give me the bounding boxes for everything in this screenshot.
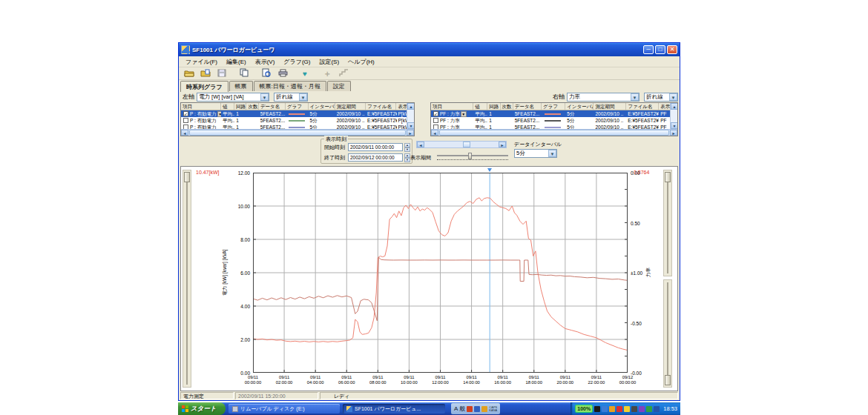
slider-thumb[interactable] [665, 375, 671, 385]
table-row[interactable]: ✓P : 有効電力▼平均..15FEAST2...5分2002/09/10 ..… [181, 110, 414, 117]
open-file-button[interactable] [182, 68, 197, 79]
chevron-down-icon[interactable]: ▼ [299, 93, 307, 101]
scroll-down-icon[interactable]: ▼ [671, 122, 678, 129]
close-file-button[interactable] [198, 68, 213, 79]
vertical-scrollbar[interactable]: ▲▼ [407, 103, 414, 129]
scroll-right-icon[interactable]: ► [499, 142, 506, 147]
slider-thumb[interactable] [665, 172, 671, 182]
menu-help[interactable]: ヘルプ(H) [344, 57, 378, 67]
print-button[interactable] [275, 68, 290, 79]
copy-button[interactable] [237, 68, 251, 79]
scroll-up-icon[interactable]: ▲ [671, 103, 678, 110]
add-data-button[interactable]: ＋ [320, 68, 335, 79]
start-time-spinner[interactable]: ▲▼ [404, 143, 410, 151]
display-span-slider[interactable] [437, 152, 508, 161]
scrollbar-thumb[interactable] [189, 130, 406, 136]
chevron-down-icon[interactable]: ▼ [631, 93, 639, 101]
time-position-scrollbar[interactable]: ◄► [416, 141, 507, 148]
spin-down-icon[interactable]: ▼ [404, 147, 410, 152]
table-row[interactable]: ✓PF : 力率▼平均..15FEAST2...5分2002/09/10 ..E… [431, 110, 677, 117]
row-checkbox[interactable] [183, 118, 188, 123]
tray-icon[interactable] [602, 406, 608, 412]
column-header[interactable]: データ名 [259, 103, 286, 110]
tray-icon[interactable] [624, 406, 630, 412]
menu-graph[interactable]: グラフ(G) [280, 57, 314, 67]
column-header[interactable]: 回路 [487, 103, 500, 110]
ime-dictionary-icon[interactable] [481, 406, 487, 412]
chevron-down-icon[interactable]: ▼ [260, 93, 269, 101]
tab-report[interactable]: 帳票 [229, 81, 253, 91]
row-combo-icon[interactable]: ▼ [461, 111, 467, 117]
vertical-scrollbar[interactable]: ▲▼ [670, 103, 677, 129]
chevron-down-icon[interactable]: ▼ [669, 93, 677, 101]
ime-conversion[interactable]: 般 [459, 405, 465, 413]
table-row[interactable]: P : 有効電力平均..15FEAST2...5分2002/09/10 ..E:… [181, 117, 414, 124]
ime-tool-icon[interactable] [467, 406, 473, 412]
scroll-right-icon[interactable]: ► [407, 130, 414, 136]
tab-daily-weekly-monthly[interactable]: 帳票:日報・週報・月報 [254, 81, 326, 91]
data-interval-combo[interactable]: 5分▼ [514, 149, 557, 158]
favorites-button[interactable]: ♥ [297, 68, 312, 79]
ime-mode[interactable]: A [454, 405, 458, 412]
tray-icon[interactable] [594, 406, 600, 412]
spin-down-icon[interactable]: ▼ [404, 158, 410, 162]
slider-thumb[interactable] [184, 172, 190, 182]
close-button[interactable]: ✕ [667, 45, 677, 54]
right-style-combo[interactable]: 折れ線▼ [644, 93, 678, 102]
right-axis-combo[interactable]: 力率▼ [567, 93, 640, 102]
minimize-button[interactable]: ─ [643, 45, 654, 54]
taskbar-item-sf1001[interactable]: SF1001 パワーロガービュ... [343, 404, 445, 414]
timeseries-plot[interactable] [253, 173, 628, 373]
right-axis-scale-slider-top[interactable] [663, 170, 672, 276]
column-header[interactable]: ファイル名 [366, 103, 396, 110]
tray-icon[interactable] [639, 406, 645, 412]
row-checkbox[interactable]: ✓ [183, 111, 188, 116]
column-header[interactable]: 測定期間 [335, 103, 366, 110]
scroll-left-icon[interactable]: ◄ [181, 130, 188, 136]
menu-view[interactable]: 表示(V) [251, 57, 279, 67]
tray-icon[interactable] [631, 406, 637, 412]
row-checkbox[interactable]: ✓ [433, 111, 438, 116]
tab-settings[interactable]: 設定 [327, 81, 351, 91]
column-header[interactable]: ファイル名 [626, 103, 659, 110]
left-axis-scale-slider[interactable] [183, 170, 191, 388]
column-header[interactable]: 項目 [431, 103, 473, 110]
start-time-field[interactable]: 2002/09/11 00:00:00 [348, 143, 403, 151]
menu-edit[interactable]: 編集(E) [223, 57, 250, 67]
cursor-handle[interactable] [487, 168, 492, 172]
horizontal-scrollbar[interactable]: ◄► [431, 129, 677, 136]
ime-pad-icon[interactable] [474, 406, 480, 412]
left-style-combo[interactable]: 折れ線▼ [274, 93, 308, 102]
column-header[interactable]: 値 [473, 103, 487, 110]
menu-file[interactable]: ファイル(F) [182, 57, 221, 67]
column-header[interactable]: インターバル [565, 103, 594, 110]
end-time-spinner[interactable]: ▲▼ [404, 153, 410, 162]
scrollbar-thumb[interactable] [463, 142, 470, 147]
column-header[interactable]: グラフ [542, 103, 565, 110]
maximize-button[interactable]: □ [655, 45, 665, 54]
row-checkbox[interactable] [433, 118, 438, 123]
tray-icon[interactable] [617, 406, 622, 412]
scroll-down-icon[interactable]: ▼ [407, 122, 415, 129]
tray-icon[interactable] [609, 406, 615, 412]
tray-icon[interactable] [654, 406, 660, 412]
chevron-down-icon[interactable]: ▼ [548, 150, 556, 157]
column-header[interactable]: インターバル [309, 103, 335, 110]
column-header[interactable]: 項目 [181, 103, 221, 110]
taskbar-item-removable-disk[interactable]: リムーバブル ディスク (E:) [228, 404, 340, 414]
battery-status-badge[interactable]: 100% [575, 405, 593, 413]
horizontal-scrollbar[interactable]: ◄► [181, 129, 414, 136]
column-header[interactable]: 回路 [234, 103, 246, 110]
scrollbar-thumb[interactable] [439, 130, 669, 136]
table-row[interactable]: PF : 力率平均..15FEAST2...5分2002/09/10 ..E:¥… [431, 117, 677, 124]
column-header[interactable]: 値 [221, 103, 234, 110]
scroll-right-icon[interactable]: ► [670, 130, 677, 136]
column-header[interactable]: データ名 [513, 103, 542, 110]
scroll-left-icon[interactable]: ◄ [417, 142, 424, 147]
menu-settings[interactable]: 設定(S) [315, 57, 343, 67]
taskbar-clock[interactable]: 18:53 [663, 405, 677, 412]
column-header[interactable]: 次数 [501, 103, 513, 110]
tray-icon[interactable] [646, 406, 652, 412]
column-header[interactable]: 測定期間 [594, 103, 626, 110]
scroll-up-icon[interactable]: ▲ [407, 103, 415, 110]
